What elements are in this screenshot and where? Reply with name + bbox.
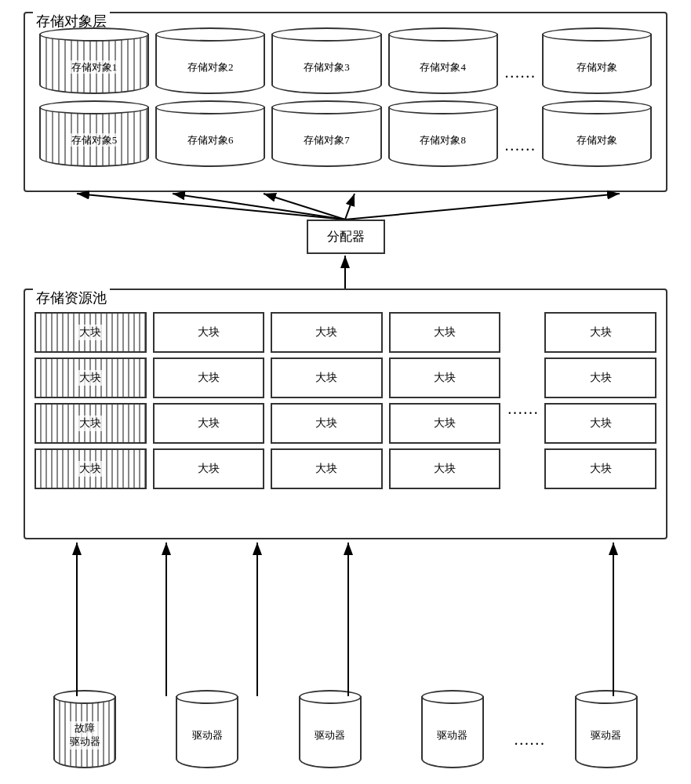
driver-n-label: 驱动器 — [591, 728, 621, 742]
driver-2: 驱动器 — [146, 690, 268, 768]
driver-3: 驱动器 — [268, 690, 391, 768]
cylinder-body: 存储对象2 — [155, 34, 265, 94]
storage-object-8: 存储对象8 — [388, 100, 498, 167]
cylinder-body: 存储对象8 — [388, 107, 498, 167]
cylinder-top — [388, 100, 498, 114]
cylinder-body: 存储对象4 — [388, 34, 498, 94]
dots-2: …… — [504, 113, 536, 154]
pool-column-5: 大块 大块 大块 大块 — [544, 312, 656, 489]
objects-row-1: 存储对象1 存储对象2 存储对象3 存储对象4 … — [25, 13, 666, 94]
storage-object-6: 存储对象6 — [155, 100, 265, 167]
dots-1: …… — [504, 40, 536, 82]
cylinder-top — [388, 27, 498, 42]
obj-label-2: 存储对象2 — [187, 61, 234, 74]
driver-4: 驱动器 — [391, 690, 514, 768]
obj-label-n1: 存储对象 — [576, 61, 617, 74]
cylinder-body: 存储对象7 — [271, 107, 381, 167]
storage-pool-layer: 存储资源池 大块 大块 大块 大块 大块 大块 大块 大块 大块 大块 大块 大… — [24, 289, 667, 539]
arrow-dist-obj3 — [264, 194, 345, 220]
cylinder-body: 存储对象6 — [155, 107, 265, 167]
block-4-1: 大块 — [389, 312, 501, 353]
cylinder-top — [39, 27, 149, 42]
obj-label-3: 存储对象3 — [304, 61, 350, 74]
block-3-3: 大块 — [271, 403, 383, 444]
storage-object-5: 存储对象5 — [39, 100, 149, 167]
storage-object-1: 存储对象1 — [39, 27, 149, 94]
block-4-2: 大块 — [389, 358, 501, 398]
block-1-1: 大块 — [35, 312, 147, 353]
driver-2-label: 驱动器 — [192, 728, 223, 742]
block-1-3: 大块 — [35, 403, 147, 444]
storage-object-3: 存储对象3 — [271, 27, 381, 94]
block-5-4: 大块 — [544, 448, 656, 489]
cylinder-top — [155, 100, 265, 114]
block-3-1: 大块 — [271, 312, 383, 353]
block-5-1: 大块 — [544, 312, 656, 353]
cylinder-top — [39, 100, 149, 114]
obj-label-1: 存储对象1 — [70, 60, 119, 74]
obj-label-6: 存储对象6 — [187, 134, 234, 147]
block-1-2: 大块 — [35, 358, 147, 398]
pool-column-2: 大块 大块 大块 大块 — [153, 312, 265, 489]
obj-label-n2: 存储对象 — [576, 134, 617, 147]
block-2-2: 大块 — [153, 358, 265, 398]
obj-label-7: 存储对象7 — [304, 134, 350, 147]
block-1-4: 大块 — [35, 448, 147, 489]
cylinder-body: 存储对象5 — [39, 107, 149, 167]
storage-object-n2: 存储对象 — [542, 100, 652, 167]
cylinder-body: 存储对象 — [542, 34, 652, 94]
obj-label-4: 存储对象4 — [420, 61, 466, 74]
arrow-dist-obj1 — [77, 194, 345, 220]
distributor-label: 分配器 — [327, 229, 365, 245]
block-4-3: 大块 — [389, 403, 501, 444]
block-3-2: 大块 — [271, 358, 383, 398]
storage-object-n1: 存储对象 — [542, 27, 652, 94]
driver-3-label: 驱动器 — [315, 728, 345, 742]
block-5-2: 大块 — [544, 358, 656, 398]
obj-label-8: 存储对象8 — [420, 134, 466, 147]
block-2-3: 大块 — [153, 403, 265, 444]
driver-faulty-label: 故障驱动器 — [67, 721, 103, 750]
cylinder-top — [542, 27, 652, 42]
driver-4-label: 驱动器 — [437, 728, 467, 742]
driver-faulty: 故障驱动器 — [24, 690, 146, 768]
storage-pool-label: 存储资源池 — [33, 289, 110, 307]
block-2-4: 大块 — [153, 448, 265, 489]
diagram: 存储对象层 存储对象1 存储对象2 存储对象3 — [0, 0, 691, 784]
cylinder-top — [542, 100, 652, 114]
objects-row-2: 存储对象5 存储对象6 存储对象7 存储对象8 … — [25, 94, 666, 167]
cylinder-top — [271, 27, 381, 42]
cylinder-top — [155, 27, 265, 42]
pool-grid: 大块 大块 大块 大块 大块 大块 大块 大块 大块 大块 大块 大块 大块 — [25, 290, 666, 497]
obj-label-5: 存储对象5 — [70, 133, 119, 147]
block-5-3: 大块 — [544, 403, 656, 444]
pool-column-3: 大块 大块 大块 大块 — [271, 312, 383, 489]
storage-object-4: 存储对象4 — [388, 27, 498, 94]
storage-object-2: 存储对象2 — [155, 27, 265, 94]
drivers-row: 故障驱动器 驱动器 驱动器 — [24, 690, 667, 768]
pool-column-4: 大块 大块 大块 大块 — [389, 312, 501, 489]
distributor-box: 分配器 — [307, 220, 385, 254]
arrow-dist-objn — [345, 194, 620, 220]
driver-dots: …… — [514, 731, 545, 768]
cylinder-body: 存储对象1 — [39, 34, 149, 94]
arrow-dist-obj4 — [345, 194, 355, 220]
cylinder-body: 存储对象3 — [271, 34, 381, 94]
pool-dots: …… — [507, 312, 538, 489]
storage-object-layer: 存储对象层 存储对象1 存储对象2 存储对象3 — [24, 12, 667, 192]
driver-n: 驱动器 — [545, 690, 667, 768]
block-2-1: 大块 — [153, 312, 265, 353]
block-4-4: 大块 — [389, 448, 501, 489]
storage-object-7: 存储对象7 — [271, 100, 381, 167]
cylinder-body: 存储对象 — [542, 107, 652, 167]
arrow-dist-obj2 — [173, 194, 345, 220]
pool-column-1: 大块 大块 大块 大块 — [35, 312, 147, 489]
cylinder-top — [271, 100, 381, 114]
block-3-4: 大块 — [271, 448, 383, 489]
